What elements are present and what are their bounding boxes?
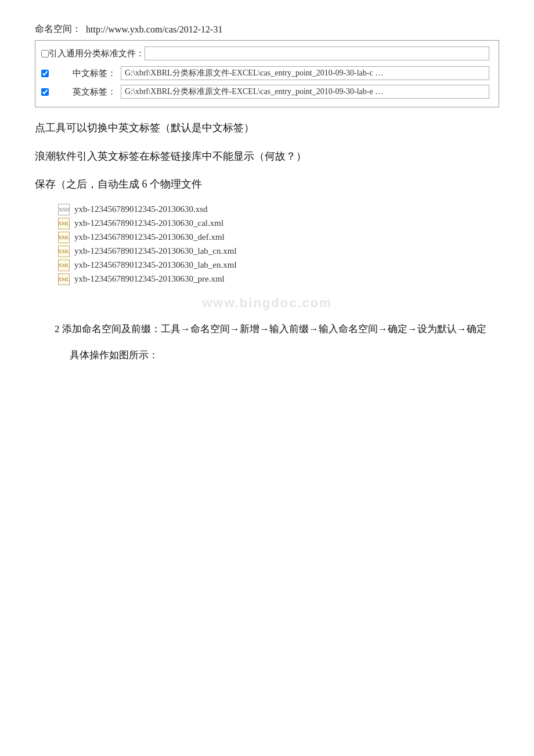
chinese-label-input[interactable] — [121, 66, 489, 80]
chinese-checkbox-area[interactable]: 中文标签： — [41, 68, 121, 79]
import-checkbox[interactable] — [41, 50, 49, 57]
import-label: 引入通用分类标准文件： — [49, 48, 145, 59]
xml-file-icon: XML — [58, 273, 70, 285]
english-checkbox-area[interactable]: 英文标签： — [41, 87, 121, 98]
list-item: XMLyxb-123456789012345-20130630_def.xml — [58, 232, 499, 243]
paragraph-1: 点工具可以切换中英文标签（默认是中文标签） — [35, 119, 499, 137]
file-name: yxb-123456789012345-20130630_def.xml — [74, 232, 225, 242]
step-2-paragraph: 2 添加命名空间及前缀：工具→命名空间→新增→输入前缀→输入命名空间→确定→设为… — [35, 321, 499, 338]
xml-file-icon: XML — [58, 232, 70, 243]
xml-file-icon: XML — [58, 260, 70, 271]
xml-file-icon: XML — [58, 218, 70, 229]
english-label-input[interactable] — [121, 85, 489, 99]
file-name: yxb-123456789012345-20130630_lab_cn.xml — [74, 246, 237, 256]
namespace-label: 命名空间： — [35, 23, 81, 35]
form-box: 引入通用分类标准文件： 中文标签： 英文标签： — [35, 40, 499, 107]
import-checkbox-area[interactable]: 引入通用分类标准文件： — [41, 48, 145, 59]
import-row: 引入通用分类标准文件： — [41, 46, 489, 60]
chinese-label-row: 中文标签： — [41, 66, 489, 80]
import-input[interactable] — [145, 46, 489, 60]
english-label-checkbox[interactable] — [41, 88, 49, 96]
list-item: XSDyxb-123456789012345-20130630.xsd — [58, 204, 499, 215]
paragraph-3: 保存（之后，自动生成 6 个物理文件 — [35, 175, 499, 193]
english-label-text: 英文标签： — [52, 87, 116, 98]
list-item: XMLyxb-123456789012345-20130630_lab_cn.x… — [58, 246, 499, 257]
list-item: XMLyxb-123456789012345-20130630_cal.xml — [58, 218, 499, 229]
english-label-row: 英文标签： — [41, 85, 489, 99]
file-name: yxb-123456789012345-20130630_lab_en.xml — [74, 260, 237, 270]
file-list: XSDyxb-123456789012345-20130630.xsdXMLyx… — [58, 204, 499, 285]
list-item: XMLyxb-123456789012345-20130630_pre.xml — [58, 273, 499, 285]
namespace-value: http://www.yxb.com/cas/2012-12-31 — [86, 24, 222, 35]
file-name: yxb-123456789012345-20130630.xsd — [74, 204, 208, 214]
chinese-label-text: 中文标签： — [52, 68, 116, 79]
detail-paragraph: 具体操作如图所示： — [70, 347, 499, 364]
chinese-label-checkbox[interactable] — [41, 70, 49, 77]
namespace-row: 命名空间： http://www.yxb.com/cas/2012-12-31 — [35, 23, 499, 35]
watermark: www.bingdoc.com — [35, 296, 499, 311]
xsd-file-icon: XSD — [58, 204, 70, 215]
paragraph-2: 浪潮软件引入英文标签在标签链接库中不能显示（何故？） — [35, 147, 499, 165]
file-name: yxb-123456789012345-20130630_pre.xml — [74, 274, 225, 284]
file-name: yxb-123456789012345-20130630_cal.xml — [74, 218, 223, 228]
list-item: XMLyxb-123456789012345-20130630_lab_en.x… — [58, 260, 499, 271]
xml-file-icon: XML — [58, 246, 70, 257]
